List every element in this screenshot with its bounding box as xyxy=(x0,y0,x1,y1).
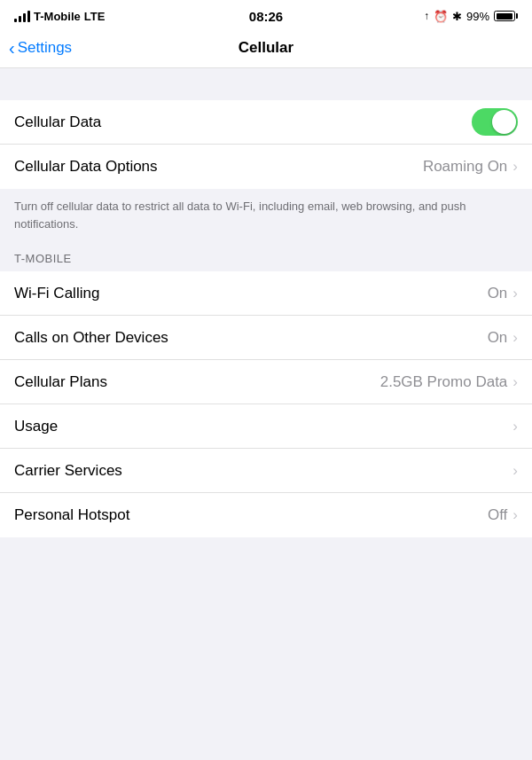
battery-icon xyxy=(494,11,518,21)
signal-bar-3 xyxy=(23,13,26,22)
carrier-section-header: T-MOBILE xyxy=(0,241,532,271)
calls-other-devices-row[interactable]: Calls on Other Devices On › xyxy=(0,316,532,360)
carrier-services-row[interactable]: Carrier Services › xyxy=(0,449,532,493)
top-gap xyxy=(0,68,532,100)
cellular-plans-row[interactable]: Cellular Plans 2.5GB Promo Data › xyxy=(0,360,532,404)
description-section: Turn off cellular data to restrict all d… xyxy=(0,189,532,241)
personal-hotspot-row[interactable]: Personal Hotspot Off › xyxy=(0,493,532,537)
carrier-header-text: T-MOBILE xyxy=(14,252,72,265)
wifi-calling-value: On xyxy=(488,285,508,302)
cellular-plans-right: 2.5GB Promo Data › xyxy=(380,373,518,391)
status-left: T-Mobile LTE xyxy=(14,10,105,23)
page-title: Cellular xyxy=(239,39,293,57)
status-time: 08:26 xyxy=(249,9,283,24)
signal-bars xyxy=(14,10,30,22)
network-type: LTE xyxy=(84,10,106,23)
battery-percent: 99% xyxy=(466,10,489,23)
back-label[interactable]: Settings xyxy=(18,39,72,57)
toggle-knob xyxy=(492,110,516,134)
back-chevron-icon: ‹ xyxy=(9,39,15,57)
carrier-services-right: › xyxy=(512,462,518,480)
usage-label: Usage xyxy=(14,418,58,435)
calls-other-devices-value: On xyxy=(488,329,508,347)
usage-row[interactable]: Usage › xyxy=(0,404,532,449)
location-icon: ↑ xyxy=(424,10,429,22)
cellular-plans-label: Cellular Plans xyxy=(14,373,107,391)
cellular-data-options-row[interactable]: Cellular Data Options Roaming On › xyxy=(0,145,532,189)
calls-other-devices-label: Calls on Other Devices xyxy=(14,329,168,347)
cellular-plans-chevron: › xyxy=(512,373,518,391)
nav-bar: ‹ Settings Cellular xyxy=(0,32,532,68)
signal-bar-2 xyxy=(19,16,21,22)
personal-hotspot-chevron: › xyxy=(512,506,518,524)
carrier-services-chevron: › xyxy=(512,462,518,480)
cellular-data-options-label: Cellular Data Options xyxy=(14,158,158,176)
wifi-calling-label: Wi-Fi Calling xyxy=(14,285,99,302)
cellular-data-section: Cellular Data Cellular Data Options Roam… xyxy=(0,100,532,189)
alarm-icon: ⏰ xyxy=(434,10,448,23)
cellular-data-label: Cellular Data xyxy=(14,114,101,131)
signal-bar-4 xyxy=(27,11,30,22)
usage-chevron: › xyxy=(512,418,518,435)
bluetooth-icon: ✱ xyxy=(452,10,462,23)
wifi-calling-chevron: › xyxy=(512,285,518,302)
chevron-icon: › xyxy=(512,158,518,176)
personal-hotspot-label: Personal Hotspot xyxy=(14,506,129,524)
wifi-calling-row[interactable]: Wi-Fi Calling On › xyxy=(0,271,532,316)
calls-other-devices-right: On › xyxy=(488,329,518,347)
description-text: Turn off cellular data to restrict all d… xyxy=(14,200,466,231)
carrier-services-label: Carrier Services xyxy=(14,462,122,480)
calls-other-devices-chevron: › xyxy=(512,329,518,347)
cellular-data-row[interactable]: Cellular Data xyxy=(0,100,532,145)
status-right: ↑ ⏰ ✱ 99% xyxy=(424,10,518,23)
status-bar: T-Mobile LTE 08:26 ↑ ⏰ ✱ 99% xyxy=(0,0,532,32)
back-button[interactable]: ‹ Settings xyxy=(9,39,72,57)
cellular-data-options-value: Roaming On xyxy=(423,158,507,176)
wifi-calling-right: On › xyxy=(488,285,518,302)
cellular-data-options-right: Roaming On › xyxy=(423,158,518,176)
carrier-settings-section: Wi-Fi Calling On › Calls on Other Device… xyxy=(0,271,532,537)
cellular-data-toggle[interactable] xyxy=(472,108,518,136)
personal-hotspot-right: Off › xyxy=(488,506,518,524)
personal-hotspot-value: Off xyxy=(488,506,507,524)
usage-right: › xyxy=(512,418,518,435)
signal-bar-1 xyxy=(14,19,17,22)
carrier-name: T-Mobile xyxy=(34,10,81,23)
cellular-plans-value: 2.5GB Promo Data xyxy=(380,373,508,391)
